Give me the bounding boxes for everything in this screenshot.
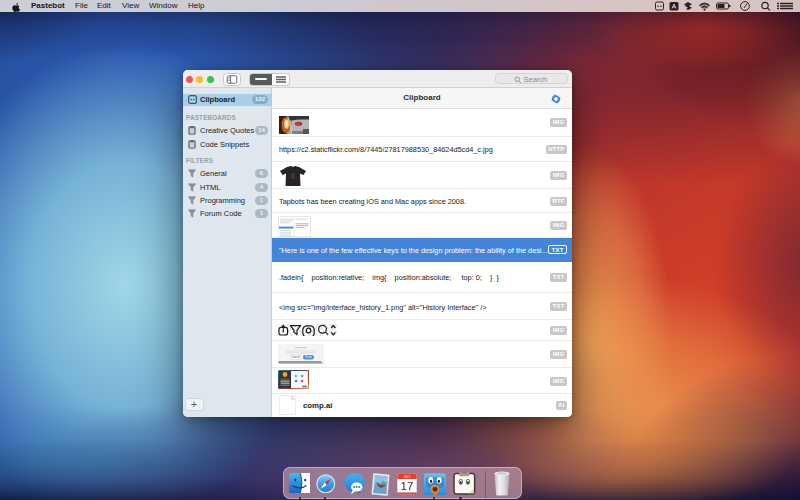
svg-text:JULY: JULY	[403, 475, 410, 479]
svg-text:Cancel: Cancel	[291, 355, 299, 359]
svg-text:Paste: Paste	[305, 355, 312, 359]
svg-text:17: 17	[400, 481, 413, 493]
